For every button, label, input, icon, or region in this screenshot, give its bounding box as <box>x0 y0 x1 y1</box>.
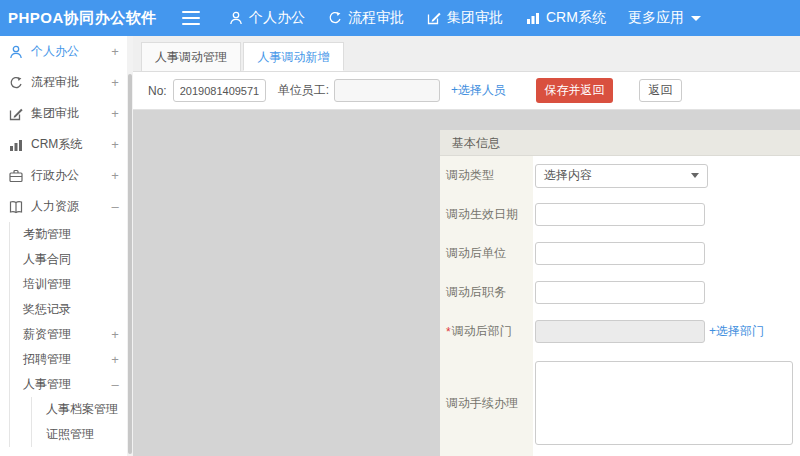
top-bar: PHPOA协同办公软件 个人办公 流程审批 集团审批 CRM系统 更多应用 <box>0 0 800 36</box>
content-area: 基本信息 调动类型 选择内容 调动生效日期 调动后单位 <box>133 110 800 456</box>
form-row-transfer-type: 调动类型 选择内容 <box>440 156 800 195</box>
transfer-type-select[interactable]: 选择内容 <box>535 164 708 188</box>
expand-icon[interactable]: + <box>109 106 121 121</box>
topnav-item-crm[interactable]: CRM系统 <box>525 9 606 27</box>
bar-chart-icon <box>525 10 541 26</box>
user-icon <box>8 44 24 60</box>
expand-icon[interactable]: + <box>109 75 121 90</box>
sidebar-item-certificates[interactable]: 证照管理 <box>32 422 127 447</box>
tab-bar: 人事调动管理 人事调动新增 <box>133 36 800 72</box>
field-label: 调动手续办理 <box>440 351 533 456</box>
flow-icon <box>327 10 343 26</box>
no-input[interactable] <box>173 79 266 102</box>
employee-input[interactable] <box>334 79 440 102</box>
flow-icon <box>8 75 24 91</box>
sidebar-item-personnel-mgmt[interactable]: 人事管理– <box>10 372 127 397</box>
sidebar-item-admin[interactable]: 行政办公 + <box>0 160 127 191</box>
form-row-new-unit: 调动后单位 <box>440 234 800 273</box>
effective-date-input[interactable] <box>535 203 705 226</box>
toolbar: No: 单位员工: +选择人员 保存并返回 返回 <box>133 72 800 110</box>
sidebar-item-training[interactable]: 培训管理 <box>10 272 127 297</box>
user-icon <box>228 10 244 26</box>
tab-transfer-management[interactable]: 人事调动管理 <box>141 42 241 71</box>
new-unit-input[interactable] <box>535 242 705 265</box>
sidebar-item-crm[interactable]: CRM系统 + <box>0 129 127 160</box>
sidebar-item-attendance[interactable]: 考勤管理 <box>10 222 127 247</box>
hamburger-menu-icon[interactable] <box>182 11 200 25</box>
sidebar-item-workflow[interactable]: 流程审批 + <box>0 67 127 98</box>
select-value: 选择内容 <box>544 167 592 184</box>
collapse-icon[interactable]: – <box>109 199 121 214</box>
sidebar: 个人办公 + 流程审批 + 集团审批 + CRM系统 + 行政办公 + 人力资源… <box>0 36 127 456</box>
form-row-new-department: *调动后部门 +选择部门 <box>440 312 800 351</box>
new-position-input[interactable] <box>535 281 705 304</box>
no-label: No: <box>148 84 167 98</box>
sidebar-item-rewards[interactable]: 奖惩记录 <box>10 297 127 322</box>
field-label: 调动后职务 <box>440 273 533 312</box>
topnav-item-more-apps[interactable]: 更多应用 <box>628 9 701 27</box>
field-label: 调动生效日期 <box>440 195 533 234</box>
sidebar-item-hr[interactable]: 人力资源 – <box>0 191 127 222</box>
bar-chart-icon <box>8 137 24 153</box>
field-label: *调动后部门 <box>440 312 533 351</box>
top-nav: 个人办公 流程审批 集团审批 CRM系统 更多应用 <box>228 9 701 27</box>
form-row-effective-date: 调动生效日期 <box>440 195 800 234</box>
scrollbar-thumb[interactable] <box>128 74 132 454</box>
caret-down-icon <box>691 173 699 178</box>
procedures-textarea[interactable] <box>535 361 793 445</box>
required-asterisk: * <box>446 325 451 339</box>
expand-icon[interactable]: + <box>109 327 121 342</box>
sidebar-item-recruitment[interactable]: 招聘管理+ <box>10 347 127 372</box>
form-row-new-position: 调动后职务 <box>440 273 800 312</box>
expand-icon[interactable]: + <box>109 44 121 59</box>
sidebar-item-personal[interactable]: 个人办公 + <box>0 36 127 67</box>
topnav-item-personal[interactable]: 个人办公 <box>228 9 305 27</box>
app-logo: PHPOA协同办公软件 <box>0 9 182 28</box>
sidebar-hr-submenu: 考勤管理 人事合同 培训管理 奖惩记录 薪资管理+ 招聘管理+ 人事管理– 人事… <box>9 222 127 447</box>
section-title: 基本信息 <box>440 130 800 156</box>
new-department-input <box>535 320 705 343</box>
back-button[interactable]: 返回 <box>639 79 682 102</box>
main-area: 人事调动管理 人事调动新增 No: 单位员工: +选择人员 保存并返回 返回 基… <box>133 36 800 456</box>
topnav-item-workflow[interactable]: 流程审批 <box>327 9 404 27</box>
sidebar-item-hr-contract[interactable]: 人事合同 <box>10 247 127 272</box>
app-window: PHPOA协同办公软件 个人办公 流程审批 集团审批 CRM系统 更多应用 <box>0 0 800 456</box>
sidebar-personnel-submenu: 人事档案管理 证照管理 <box>31 397 127 447</box>
basic-info-panel: 基本信息 调动类型 选择内容 调动生效日期 调动后单位 <box>440 130 800 456</box>
sidebar-item-salary[interactable]: 薪资管理+ <box>10 322 127 347</box>
collapse-icon[interactable]: – <box>109 377 121 392</box>
caret-down-icon <box>691 16 701 21</box>
briefcase-icon <box>8 168 24 184</box>
edit-icon <box>426 10 442 26</box>
book-icon <box>8 199 24 215</box>
edit-icon <box>8 106 24 122</box>
field-label: 调动后单位 <box>440 234 533 273</box>
select-person-link[interactable]: +选择人员 <box>451 82 506 99</box>
select-department-link[interactable]: +选择部门 <box>709 323 764 340</box>
topnav-item-group-approval[interactable]: 集团审批 <box>426 9 503 27</box>
tab-transfer-new[interactable]: 人事调动新增 <box>243 42 344 71</box>
sidebar-item-personnel-files[interactable]: 人事档案管理 <box>32 397 127 422</box>
field-label: 调动类型 <box>440 156 533 195</box>
form-row-procedures: 调动手续办理 <box>440 351 800 456</box>
expand-icon[interactable]: + <box>109 168 121 183</box>
sidebar-item-group-approval[interactable]: 集团审批 + <box>0 98 127 129</box>
save-and-return-button[interactable]: 保存并返回 <box>536 78 613 103</box>
expand-icon[interactable]: + <box>109 137 121 152</box>
expand-icon[interactable]: + <box>109 352 121 367</box>
employee-label: 单位员工: <box>278 82 329 99</box>
